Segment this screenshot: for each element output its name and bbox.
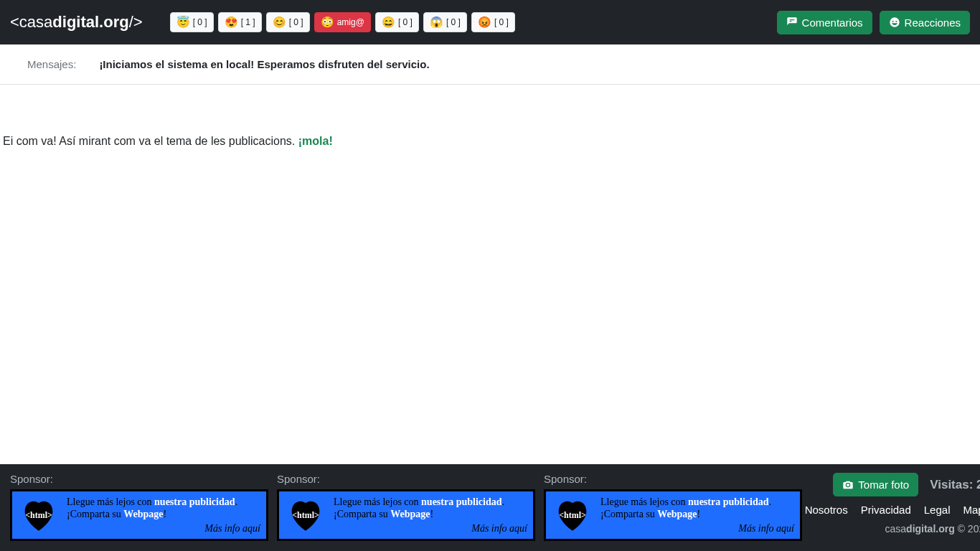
footer-link-map[interactable]: Mapa: [963, 504, 980, 516]
post-highlight: ¡mola!: [298, 135, 333, 147]
brand-suffix: />: [129, 13, 143, 32]
sponsor-slot: Sponsor: <html> Llegue más lejos con nue…: [10, 473, 268, 541]
flushed-emoji-icon: 😳: [321, 16, 334, 29]
footer-links: Nosotros Privacidad Legal Mapa: [805, 504, 980, 516]
brand-logo[interactable]: < casa digital.org />: [10, 13, 143, 32]
angel-emoji-icon: 😇: [176, 16, 190, 29]
navbar: < casa digital.org /> 😇 [ 0 ] 😍 [ 1 ] 😊 …: [0, 0, 980, 44]
messages-bar: Mensajes: ¡Iniciamos el sistema en local…: [0, 44, 980, 85]
hearteyes-emoji-icon: 😍: [225, 16, 238, 29]
take-photo-label: Tomar foto: [858, 479, 909, 491]
reaction-hearteyes-button[interactable]: 😍 [ 1 ]: [218, 12, 262, 32]
reaction-count: [ 1 ]: [241, 17, 255, 27]
footer-link-legal[interactable]: Legal: [924, 504, 951, 516]
reactions-button[interactable]: Reacciones: [880, 11, 970, 34]
sponsor-banner[interactable]: <html> Llegue más lejos con nuestra publ…: [277, 489, 535, 541]
sponsor-slot: Sponsor: <html> Llegue más lejos con nue…: [277, 473, 535, 541]
comments-label: Comentarios: [802, 17, 863, 29]
sponsor-text: Llegue más lejos con nuestra publicidad.…: [67, 496, 260, 535]
take-photo-button[interactable]: Tomar foto: [833, 473, 918, 496]
heart-html-text: <html>: [292, 510, 319, 521]
reaction-bar: 😇 [ 0 ] 😍 [ 1 ] 😊 [ 0 ] 😳 amig@ 😄 [ 0 ] …: [170, 12, 515, 32]
reaction-count: [ 0 ]: [289, 17, 303, 27]
messages-text: ¡Iniciamos el sistema en local! Esperamo…: [99, 58, 429, 70]
sponsor-text: Llegue más lejos con nuestra publicidad.…: [334, 496, 527, 535]
sponsor-slot: Sponsor: <html> Llegue más lejos con nue…: [544, 473, 802, 541]
post-content: Ei com va! Así mirant com va el tema de …: [0, 85, 980, 148]
angry-emoji-icon: 😡: [478, 16, 491, 29]
grin-emoji-icon: 😄: [382, 16, 395, 29]
reaction-count: [ 0 ]: [398, 17, 413, 27]
reaction-flushed-button[interactable]: 😳 amig@: [314, 12, 371, 32]
reactions-label: Reacciones: [905, 17, 961, 29]
camera-icon: [842, 479, 854, 491]
heart-html-text: <html>: [559, 510, 586, 521]
footer-right: Tomar foto Visitas: 24 Nosotros Privacid…: [811, 473, 980, 534]
sponsor-label: Sponsor:: [10, 473, 268, 485]
post-text: Ei com va! Así mirant com va el tema de …: [3, 135, 298, 147]
footer-link-privacy[interactable]: Privacidad: [861, 504, 911, 516]
sponsor-label: Sponsor:: [544, 473, 802, 485]
blush-emoji-icon: 😊: [273, 16, 286, 29]
comments-icon: [786, 17, 798, 28]
smile-icon: [889, 17, 900, 28]
reaction-count: [ 0 ]: [494, 17, 509, 27]
reaction-angry-button[interactable]: 😡 [ 0 ]: [471, 12, 515, 32]
reaction-scream-button[interactable]: 😱 [ 0 ]: [423, 12, 467, 32]
messages-label: Mensajes:: [27, 58, 76, 70]
copyright: casadigital.org © 2023: [885, 523, 981, 534]
scream-emoji-icon: 😱: [430, 16, 443, 29]
heart-html-text: <html>: [25, 510, 52, 521]
reaction-blush-button[interactable]: 😊 [ 0 ]: [266, 12, 310, 32]
brand-thin: casa: [19, 13, 52, 32]
reaction-angel-button[interactable]: 😇 [ 0 ]: [170, 12, 214, 32]
sponsor-label: Sponsor:: [277, 473, 535, 485]
reaction-count: [ 0 ]: [193, 17, 207, 27]
footer: Sponsor: <html> Llegue más lejos con nue…: [0, 464, 980, 551]
reaction-count: [ 0 ]: [446, 17, 461, 27]
sponsor-banner[interactable]: <html> Llegue más lejos con nuestra publ…: [10, 489, 268, 541]
reaction-grin-button[interactable]: 😄 [ 0 ]: [375, 12, 419, 32]
sponsor-text: Llegue más lejos con nuestra publicidad.…: [600, 496, 794, 535]
footer-link-about[interactable]: Nosotros: [805, 504, 848, 516]
visits-counter: Visitas: 24: [930, 478, 980, 492]
brand-prefix: <: [10, 13, 19, 32]
sponsor-banner[interactable]: <html> Llegue más lejos con nuestra publ…: [544, 489, 802, 541]
brand-bold: digital.org: [52, 13, 128, 32]
comments-button[interactable]: Comentarios: [777, 11, 872, 34]
reaction-label: amig@: [337, 17, 364, 27]
